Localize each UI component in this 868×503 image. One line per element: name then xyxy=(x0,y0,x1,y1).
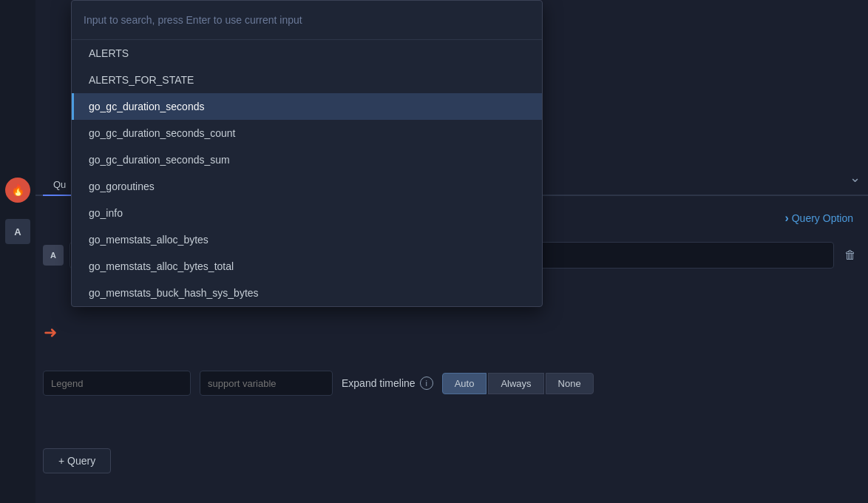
query-option-button[interactable]: Query Option xyxy=(784,212,853,225)
dropdown-item[interactable]: go_gc_duration_seconds_sum xyxy=(72,146,542,173)
add-query-button[interactable]: + Query xyxy=(43,448,111,473)
query-type-badge: A xyxy=(43,245,64,266)
expand-timeline-label: Expand timeline i xyxy=(342,377,433,390)
dropdown-item[interactable]: go_goroutines xyxy=(72,173,542,200)
search-input[interactable] xyxy=(79,7,535,33)
support-variable-input[interactable] xyxy=(200,371,333,396)
dropdown-item[interactable]: go_memstats_alloc_bytes xyxy=(72,226,542,253)
expand-timeline-info-icon[interactable]: i xyxy=(420,377,433,390)
sidebar: 🔥 A xyxy=(0,0,35,503)
dropdown-item[interactable]: go_memstats_alloc_bytes_total xyxy=(72,253,542,280)
search-dropdown: ALERTSALERTS_FOR_STATEgo_gc_duration_sec… xyxy=(71,0,543,307)
dropdown-item[interactable]: ALERTS_FOR_STATE xyxy=(72,67,542,93)
fire-icon[interactable]: 🔥 xyxy=(5,178,30,203)
dropdown-items-list: ALERTSALERTS_FOR_STATEgo_gc_duration_sec… xyxy=(72,40,542,306)
always-button[interactable]: Always xyxy=(488,373,543,394)
search-input-row xyxy=(72,1,542,40)
sidebar-a-badge[interactable]: A xyxy=(5,219,30,244)
auto-button[interactable]: Auto xyxy=(442,373,487,394)
dropdown-item[interactable]: go_gc_duration_seconds xyxy=(72,93,542,120)
none-button[interactable]: None xyxy=(546,373,594,394)
controls-row: Expand timeline i Auto Always None xyxy=(35,362,868,404)
legend-input[interactable] xyxy=(43,371,191,396)
collapse-button[interactable]: ⌄ xyxy=(850,169,861,186)
arrow-indicator xyxy=(35,318,65,348)
dropdown-item[interactable]: go_gc_duration_seconds_count xyxy=(72,120,542,146)
main-content: No data Qu ⌄ Query Option A Enter a quer… xyxy=(35,0,868,503)
dropdown-item[interactable]: go_memstats_buck_hash_sys_bytes xyxy=(72,280,542,306)
dropdown-item[interactable]: go_info xyxy=(72,200,542,226)
dropdown-item[interactable]: ALERTS xyxy=(72,40,542,67)
delete-query-button[interactable]: 🗑 xyxy=(840,245,861,266)
timeline-button-group: Auto Always None xyxy=(442,373,594,394)
